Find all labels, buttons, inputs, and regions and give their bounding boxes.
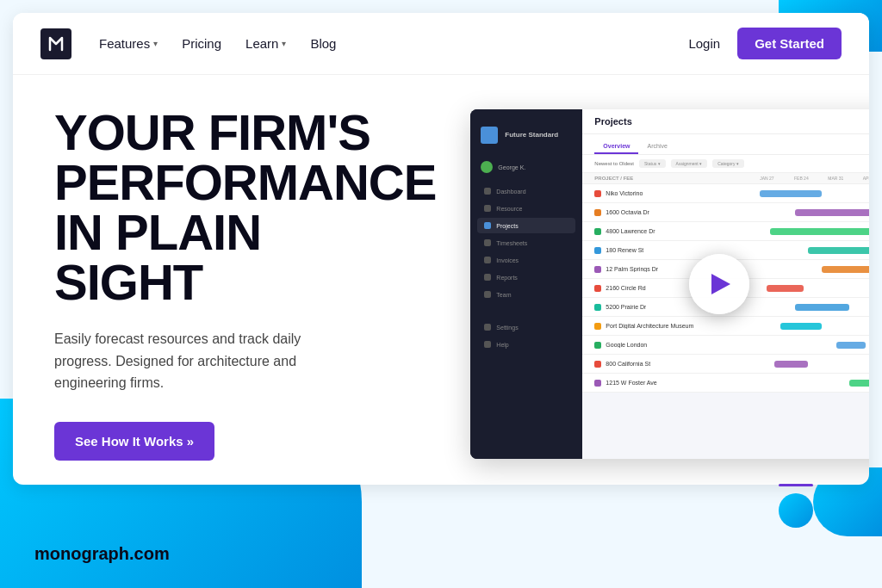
gantt-bar	[760, 190, 822, 197]
sidebar-item-reports[interactable]: Reports	[477, 269, 575, 285]
row-name-text: Port Digital Architecture Museum	[606, 323, 693, 329]
row-color-dot	[594, 209, 601, 216]
row-color-dot	[594, 266, 601, 273]
table-row[interactable]: Niko Victorino	[582, 184, 869, 203]
gantt-month-headers: JAN 27 FEB 24 MAR 31 APR 28 MAY 17 JUN 2…	[749, 176, 869, 181]
table-row[interactable]: Google London	[582, 336, 869, 355]
nav-logo[interactable]	[40, 28, 71, 59]
nav-links: Features ▾ Pricing Learn ▾ Blog	[99, 36, 688, 51]
brand-text: monograph.com	[34, 544, 170, 564]
nav-pricing[interactable]: Pricing	[182, 36, 221, 51]
gantt-bar	[774, 361, 807, 368]
hero-subtitle: Easily forecast resources and track dail…	[54, 328, 330, 394]
row-name-text: 5200 Prairie Dr	[606, 304, 646, 310]
reports-icon	[484, 274, 491, 281]
play-icon	[711, 274, 730, 294]
sidebar-item-invoices[interactable]: Invoices	[477, 252, 575, 268]
sidebar-item-settings[interactable]: Settings	[477, 319, 575, 335]
sidebar-item-projects[interactable]: Projects	[477, 218, 575, 233]
nav-blog[interactable]: Blog	[310, 36, 336, 51]
navbar: Features ▾ Pricing Learn ▾ Blog Login Ge…	[13, 13, 869, 75]
row-name-text: 1215 W Foster Ave	[606, 380, 656, 386]
row-name: Niko Victorino	[594, 190, 749, 197]
gantt-area	[749, 282, 869, 294]
login-button[interactable]: Login	[688, 36, 720, 51]
hero-right: Future Standard George K. Dashboard	[470, 109, 869, 459]
table-column-headers: PROJECT / FEE JAN 27 FEB 24 MAR 31 APR 2…	[582, 173, 869, 184]
table-row[interactable]: 4800 Lawrence Dr	[582, 222, 869, 241]
sidebar-avatar	[481, 161, 493, 173]
row-name-text: 1600 Octavia Dr	[606, 209, 649, 215]
row-color-dot	[594, 342, 601, 349]
row-name: Google London	[594, 342, 749, 349]
gantt-bar	[767, 285, 804, 292]
row-name-text: 800 California St	[606, 361, 650, 367]
indicator-circle	[779, 493, 813, 528]
sidebar-item-resource[interactable]: Resource	[477, 201, 575, 216]
month-apr: APR 28	[853, 176, 869, 181]
row-name-text: 2160 Circle Rd	[606, 285, 645, 291]
row-name: Port Digital Architecture Museum	[594, 323, 749, 330]
gantt-bar	[849, 380, 869, 387]
sidebar-item-dashboard[interactable]: Dashboard	[477, 183, 575, 199]
nav-learn[interactable]: Learn ▾	[245, 36, 286, 51]
gantt-area	[749, 301, 869, 313]
row-color-dot	[594, 304, 601, 311]
sidebar-user-row: George K.	[470, 158, 582, 183]
filter-label: Newest to Oldest	[594, 161, 634, 166]
help-icon	[484, 341, 491, 348]
nav-features[interactable]: Features ▾	[99, 36, 158, 51]
dashboard-icon	[484, 188, 491, 195]
main-card: Features ▾ Pricing Learn ▾ Blog Login Ge…	[13, 13, 869, 485]
tab-archive[interactable]: Archive	[638, 139, 675, 154]
invoices-icon	[484, 257, 491, 263]
row-color-dot	[594, 247, 601, 254]
gantt-area	[749, 244, 869, 257]
nav-right: Login Get Started	[688, 28, 842, 59]
row-color-dot	[594, 285, 601, 292]
app-header: Projects New Project	[582, 109, 869, 134]
row-name-text: 180 Renew St	[606, 247, 643, 253]
features-chevron-icon: ▾	[153, 39, 158, 48]
learn-chevron-icon: ▾	[282, 39, 286, 48]
gantt-bar	[822, 266, 869, 273]
app-sidebar: Future Standard George K. Dashboard	[470, 109, 582, 459]
hero-title: YOUR FIRM'S PERFORMANCE IN PLAIN SIGHT	[54, 108, 436, 307]
table-row[interactable]: Port Digital Architecture Museum	[582, 317, 869, 336]
timesheets-icon	[484, 239, 491, 246]
projects-icon	[484, 222, 491, 229]
sidebar-user-text: George K.	[498, 164, 525, 170]
get-started-button[interactable]: Get Started	[737, 28, 842, 59]
hero-section: YOUR FIRM'S PERFORMANCE IN PLAIN SIGHT E…	[13, 75, 869, 485]
month-jan: JAN 27	[749, 176, 784, 181]
tab-overview[interactable]: Overview	[594, 139, 638, 154]
app-page-title: Projects	[594, 116, 631, 127]
sidebar-firm-name: Future Standard	[505, 131, 558, 139]
row-name-text: 12 Palm Springs Dr	[606, 266, 658, 272]
filter-category-chip[interactable]: Category ▾	[712, 159, 744, 168]
row-color-dot	[594, 361, 601, 368]
video-play-button[interactable]	[689, 254, 749, 314]
gantt-bar	[795, 304, 848, 311]
logo-icon	[40, 28, 71, 59]
sidebar-item-team[interactable]: Team	[477, 287, 575, 302]
gantt-bar	[836, 342, 866, 349]
hero-left: YOUR FIRM'S PERFORMANCE IN PLAIN SIGHT E…	[54, 109, 436, 459]
row-color-dot	[594, 380, 601, 387]
gantt-area	[749, 339, 869, 351]
sidebar-item-help[interactable]: Help	[477, 337, 575, 352]
filter-assignment-chip[interactable]: Assignment ▾	[671, 159, 708, 168]
table-row[interactable]: 1600 Octavia Dr	[582, 203, 869, 222]
sidebar-menu: Dashboard Resource Projects	[470, 183, 582, 352]
sidebar-item-timesheets[interactable]: Timesheets	[477, 235, 575, 251]
app-mockup: Future Standard George K. Dashboard	[470, 109, 869, 459]
row-name-text: 4800 Lawrence Dr	[606, 228, 655, 234]
row-color-dot	[594, 323, 601, 330]
filter-status-chip[interactable]: Status ▾	[639, 159, 666, 168]
row-name: 180 Renew St	[594, 247, 749, 254]
row-color-dot	[594, 190, 601, 197]
table-row[interactable]: 1215 W Foster Ave	[582, 374, 869, 393]
cta-button[interactable]: See How It Works »	[54, 422, 214, 461]
table-row[interactable]: 800 California St	[582, 355, 869, 374]
app-screenshot: Future Standard George K. Dashboard	[470, 109, 869, 459]
